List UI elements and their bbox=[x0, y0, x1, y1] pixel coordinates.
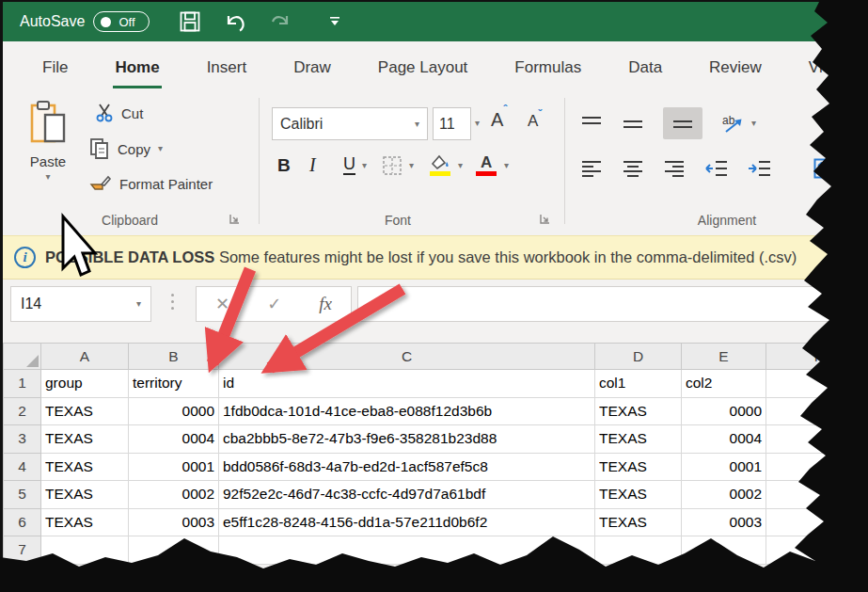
tab-review[interactable]: Review bbox=[707, 45, 764, 88]
cell-C5[interactable]: 92f52e2c-46d7-4c38-ccfc-4d97d7a61bdf bbox=[219, 481, 595, 509]
tab-data[interactable]: Data bbox=[626, 45, 664, 88]
row-header-1[interactable]: 1 bbox=[4, 370, 41, 398]
cell-E5[interactable]: 0002 bbox=[682, 481, 766, 509]
autosave-toggle[interactable]: AutoSave Off bbox=[20, 11, 150, 32]
orientation-button[interactable]: ab ▾ bbox=[721, 113, 756, 134]
tab-page-layout[interactable]: Page Layout bbox=[376, 45, 469, 88]
autosave-pill[interactable]: Off bbox=[93, 11, 150, 32]
cell-C3[interactable]: cba2bbb5-8e72-47b3-f9e6-358281b23d88 bbox=[219, 425, 595, 454]
decrease-indent-button[interactable] bbox=[704, 159, 729, 178]
fill-color-button[interactable] bbox=[429, 154, 451, 176]
column-header-B[interactable]: B bbox=[129, 344, 219, 370]
cell-F5[interactable] bbox=[766, 481, 868, 509]
italic-button[interactable]: I bbox=[309, 154, 343, 176]
copy-button[interactable]: Copy ▾ bbox=[89, 137, 163, 160]
bold-button[interactable]: B bbox=[277, 155, 309, 176]
tab-insert[interactable]: Insert bbox=[205, 45, 249, 88]
cell-A1[interactable]: group bbox=[41, 370, 129, 398]
decrease-font-size-button[interactable]: Aˇ bbox=[528, 112, 538, 131]
font-dialog-launcher-icon[interactable] bbox=[539, 213, 551, 225]
align-right-button[interactable] bbox=[663, 159, 686, 178]
merge-center-button[interactable]: Me bbox=[813, 158, 864, 179]
insert-function-icon[interactable]: fx bbox=[319, 294, 332, 314]
cell-B1[interactable]: territory bbox=[129, 370, 219, 398]
increase-indent-button[interactable] bbox=[748, 159, 772, 178]
save-button[interactable] bbox=[174, 7, 206, 37]
customize-quick-access-button[interactable] bbox=[319, 7, 351, 37]
redo-button[interactable] bbox=[264, 7, 296, 37]
align-left-button[interactable] bbox=[580, 159, 603, 178]
cell-E1[interactable]: col2 bbox=[682, 370, 766, 398]
underline-caret-icon[interactable]: ▾ bbox=[362, 161, 367, 170]
top-align-button[interactable] bbox=[580, 114, 603, 133]
font-size-combobox[interactable]: 11 bbox=[433, 107, 471, 140]
paste-button[interactable]: Paste ▾ bbox=[18, 100, 78, 201]
tab-file[interactable]: File bbox=[40, 45, 70, 88]
select-all-corner[interactable] bbox=[4, 344, 41, 370]
cell-E2[interactable]: 0000 bbox=[682, 397, 766, 425]
cell-F6[interactable] bbox=[766, 508, 868, 536]
cell-B3[interactable]: 0004 bbox=[129, 425, 219, 454]
cell-C6[interactable]: e5ff1c28-8248-4156-dd1a-57e211d0b6f2 bbox=[219, 508, 595, 536]
cancel-icon[interactable]: ✕ bbox=[215, 294, 229, 314]
column-header-F[interactable]: F bbox=[766, 344, 868, 370]
cell-F4[interactable] bbox=[766, 453, 868, 481]
tab-draw[interactable]: Draw bbox=[292, 45, 333, 88]
cell-E6[interactable]: 0003 bbox=[682, 508, 766, 536]
cell-C7[interactable] bbox=[219, 536, 595, 565]
cell-F2[interactable] bbox=[766, 397, 868, 425]
font-color-caret-icon[interactable]: ▾ bbox=[504, 161, 509, 170]
cell-C4[interactable]: bdd0586f-68d3-4a7b-ed2d-1acf587ef5c8 bbox=[219, 453, 595, 481]
cell-A5[interactable]: TEXAS bbox=[41, 481, 129, 509]
middle-align-button[interactable] bbox=[622, 114, 644, 133]
row-header-6[interactable]: 6 bbox=[4, 508, 41, 536]
row-header-5[interactable]: 5 bbox=[4, 481, 41, 509]
row-header-2[interactable]: 2 bbox=[4, 397, 41, 425]
borders-caret-icon[interactable]: ▾ bbox=[409, 161, 414, 170]
cell-B6[interactable]: 0003 bbox=[129, 508, 219, 536]
cell-B4[interactable]: 0001 bbox=[129, 453, 219, 481]
font-size-caret-icon[interactable]: ▾ bbox=[475, 119, 480, 128]
cell-A2[interactable]: TEXAS bbox=[41, 397, 129, 425]
row-header-4[interactable]: 4 bbox=[4, 453, 41, 481]
cell-D4[interactable]: TEXAS bbox=[595, 453, 682, 481]
font-name-combobox[interactable]: Calibri ▾ bbox=[272, 107, 428, 140]
increase-font-size-button[interactable]: Aˆ bbox=[491, 109, 503, 131]
enter-icon[interactable]: ✓ bbox=[267, 294, 281, 314]
font-color-button[interactable]: A bbox=[476, 154, 497, 176]
name-box[interactable]: I14 ▾ bbox=[10, 286, 151, 322]
cell-A3[interactable]: TEXAS bbox=[41, 425, 129, 454]
wrap-text-button[interactable]: ab c W bbox=[828, 112, 868, 135]
bottom-align-button[interactable] bbox=[663, 107, 702, 139]
cell-A7[interactable] bbox=[41, 536, 129, 565]
center-button[interactable] bbox=[622, 159, 644, 178]
row-header-7[interactable]: 7 bbox=[4, 536, 41, 565]
column-header-D[interactable]: D bbox=[595, 344, 682, 370]
cell-A6[interactable]: TEXAS bbox=[41, 508, 129, 536]
tab-formulas[interactable]: Formulas bbox=[513, 45, 583, 88]
cell-E7[interactable] bbox=[682, 536, 766, 565]
cell-B2[interactable]: 0000 bbox=[129, 397, 219, 425]
cell-F1[interactable] bbox=[766, 370, 868, 398]
clipboard-dialog-launcher-icon[interactable] bbox=[229, 213, 241, 225]
cell-E4[interactable]: 0001 bbox=[682, 453, 766, 481]
undo-button[interactable] bbox=[219, 7, 251, 37]
cell-A4[interactable]: TEXAS bbox=[41, 453, 129, 481]
cell-D6[interactable]: TEXAS bbox=[595, 508, 682, 536]
cell-F7[interactable] bbox=[766, 536, 868, 565]
row-header-3[interactable]: 3 bbox=[4, 425, 41, 454]
cell-D5[interactable]: TEXAS bbox=[595, 481, 682, 509]
cell-F3[interactable] bbox=[766, 425, 868, 454]
column-header-E[interactable]: E bbox=[682, 344, 766, 370]
cell-B7[interactable] bbox=[129, 536, 219, 565]
cell-D7[interactable] bbox=[595, 536, 682, 565]
cell-E3[interactable]: 0004 bbox=[682, 425, 766, 454]
cell-D3[interactable]: TEXAS bbox=[595, 425, 682, 454]
underline-button[interactable]: U bbox=[343, 155, 355, 175]
cut-button[interactable]: Cut bbox=[95, 104, 143, 122]
cell-C2[interactable]: 1fdb0dca-101d-41ce-eba8-e088f12d3b6b bbox=[219, 397, 595, 425]
borders-button[interactable] bbox=[382, 155, 402, 176]
cell-D1[interactable]: col1 bbox=[595, 370, 682, 398]
fill-color-caret-icon[interactable]: ▾ bbox=[458, 161, 463, 170]
cell-D2[interactable]: TEXAS bbox=[595, 397, 682, 425]
